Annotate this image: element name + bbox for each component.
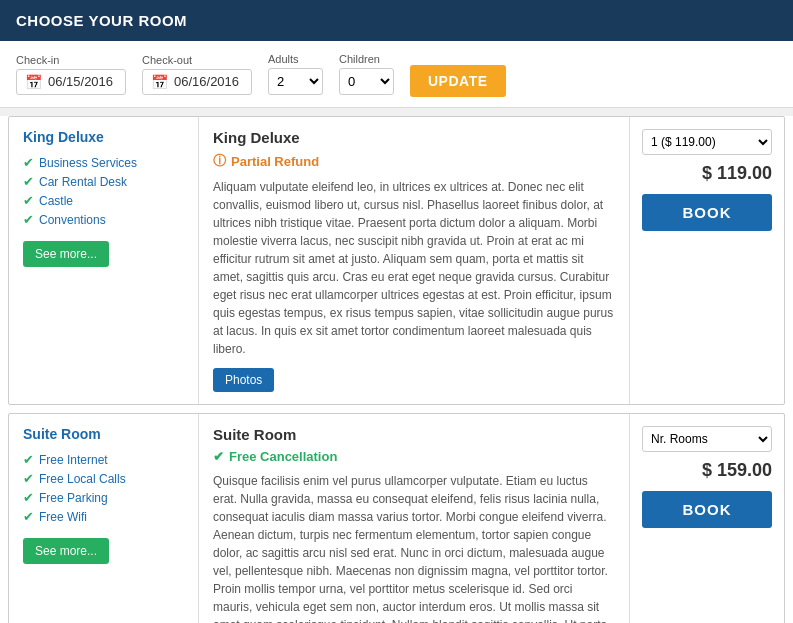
calendar-icon-checkout: 📅 [151, 74, 168, 90]
room-right-suite: Nr. Rooms 1 ($ 159.00) 2 ($ 318.00) $ 15… [629, 414, 784, 623]
room-left-suite: Suite Room ✔ Free Internet ✔ Free Local … [9, 414, 199, 623]
room-select-king-deluxe[interactable]: 1 ($ 119.00) 2 ($ 238.00) [642, 129, 772, 155]
see-more-suite[interactable]: See more... [23, 538, 109, 564]
info-icon: ⓘ [213, 152, 226, 170]
checkout-value: 06/16/2016 [174, 74, 239, 89]
room-desc-king-deluxe: Aliquam vulputate eleifend leo, in ultri… [213, 178, 615, 358]
room-middle-suite: Suite Room ✔ Free Cancellation Quisque f… [199, 414, 629, 623]
checkout-label: Check-out [142, 54, 252, 66]
rooms-container: King Deluxe ✔ Business Services ✔ Car Re… [0, 116, 793, 623]
book-btn-suite[interactable]: BOOK [642, 491, 772, 528]
checkin-value: 06/15/2016 [48, 74, 113, 89]
book-btn-king-deluxe[interactable]: BOOK [642, 194, 772, 231]
header-title: CHOOSE YOUR ROOM [16, 12, 187, 29]
checkin-input[interactable]: 📅 06/15/2016 [16, 69, 126, 95]
adults-select[interactable]: 1 2 3 4 [268, 68, 323, 95]
photos-btn-king-deluxe[interactable]: Photos [213, 368, 274, 392]
check-icon: ✔ [23, 452, 34, 467]
check-icon: ✔ [23, 471, 34, 486]
check-icon: ✔ [23, 490, 34, 505]
checkin-field: Check-in 📅 06/15/2016 [16, 54, 126, 95]
room-title-king-deluxe: King Deluxe [213, 129, 615, 146]
see-more-king-deluxe[interactable]: See more... [23, 241, 109, 267]
checkout-field: Check-out 📅 06/16/2016 [142, 54, 252, 95]
amenity-car-rental: ✔ Car Rental Desk [23, 174, 184, 189]
amenity-free-parking: ✔ Free Parking [23, 490, 184, 505]
room-desc-suite: Quisque facilisis enim vel purus ullamco… [213, 472, 615, 623]
amenity-free-local-calls: ✔ Free Local Calls [23, 471, 184, 486]
amenity-free-internet: ✔ Free Internet [23, 452, 184, 467]
room-price-king-deluxe: $ 119.00 [642, 163, 772, 184]
checkout-input[interactable]: 📅 06/16/2016 [142, 69, 252, 95]
refund-label-suite: ✔ Free Cancellation [213, 449, 615, 464]
check-icon: ✔ [23, 193, 34, 208]
room-row-suite: Suite Room ✔ Free Internet ✔ Free Local … [8, 413, 785, 623]
room-title-suite: Suite Room [213, 426, 615, 443]
check-icon: ✔ [23, 155, 34, 170]
update-button[interactable]: UPDATE [410, 65, 506, 97]
page-header: CHOOSE YOUR ROOM [0, 0, 793, 41]
refund-label-king-deluxe: ⓘ Partial Refund [213, 152, 615, 170]
room-name-left-king-deluxe: King Deluxe [23, 129, 184, 145]
room-price-suite: $ 159.00 [642, 460, 772, 481]
children-select[interactable]: 0 1 2 3 [339, 68, 394, 95]
adults-label: Adults [268, 53, 323, 65]
amenity-castle: ✔ Castle [23, 193, 184, 208]
check-icon: ✔ [23, 174, 34, 189]
children-label: Children [339, 53, 394, 65]
amenity-free-wifi: ✔ Free Wifi [23, 509, 184, 524]
checkin-label: Check-in [16, 54, 126, 66]
room-row-king-deluxe: King Deluxe ✔ Business Services ✔ Car Re… [8, 116, 785, 405]
amenity-business-services: ✔ Business Services [23, 155, 184, 170]
check-icon: ✔ [23, 509, 34, 524]
children-field: Children 0 1 2 3 [339, 53, 394, 95]
room-name-left-suite: Suite Room [23, 426, 184, 442]
room-middle-king-deluxe: King Deluxe ⓘ Partial Refund Aliquam vul… [199, 117, 629, 404]
room-select-suite[interactable]: Nr. Rooms 1 ($ 159.00) 2 ($ 318.00) [642, 426, 772, 452]
room-left-king-deluxe: King Deluxe ✔ Business Services ✔ Car Re… [9, 117, 199, 404]
room-right-king-deluxe: 1 ($ 119.00) 2 ($ 238.00) $ 119.00 BOOK [629, 117, 784, 404]
amenity-conventions: ✔ Conventions [23, 212, 184, 227]
check-icon-suite: ✔ [213, 449, 224, 464]
calendar-icon-checkin: 📅 [25, 74, 42, 90]
check-icon: ✔ [23, 212, 34, 227]
search-bar: Check-in 📅 06/15/2016 Check-out 📅 06/16/… [0, 41, 793, 108]
adults-field: Adults 1 2 3 4 [268, 53, 323, 95]
